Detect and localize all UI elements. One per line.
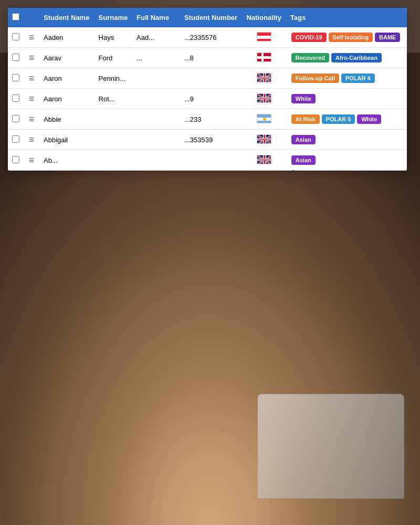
table-row: ≡Abbigail...353539 Asian	[8, 130, 407, 150]
row-checkbox-cell[interactable]	[8, 89, 24, 109]
row-checkbox[interactable]	[12, 33, 19, 40]
svg-rect-26	[257, 121, 271, 123]
tag-bame[interactable]: BAME	[375, 33, 400, 42]
svg-rect-1	[257, 36, 271, 39]
svg-rect-24	[257, 114, 271, 118]
student-first-name: Abbigail	[39, 130, 94, 150]
svg-rect-45	[264, 155, 266, 164]
tag-self-isolating[interactable]: Self Isolating	[329, 33, 373, 42]
student-number	[180, 68, 242, 89]
student-nationality	[242, 130, 286, 150]
row-menu-icon[interactable]: ≡	[24, 68, 39, 89]
tag-follow-up[interactable]: Follow-up Call	[291, 74, 339, 83]
header-checkbox-cell[interactable]	[8, 8, 24, 27]
student-surname	[94, 150, 132, 171]
row-checkbox-cell[interactable]	[8, 27, 24, 48]
student-number: ...8	[180, 48, 242, 68]
student-number: ...353539	[180, 130, 242, 150]
student-first-name: Aaden	[39, 27, 94, 48]
laptop	[257, 394, 404, 499]
row-menu-icon[interactable]: ≡	[24, 130, 39, 150]
student-full-name	[132, 89, 180, 109]
row-checkbox[interactable]	[12, 156, 19, 163]
tag-white[interactable]: White	[291, 94, 316, 103]
svg-rect-4	[261, 53, 264, 62]
student-first-name: Aarav	[39, 48, 94, 68]
student-first-name: Aaron	[39, 68, 94, 89]
header-student-number: Student Number	[180, 8, 242, 27]
row-checkbox[interactable]	[12, 94, 19, 102]
student-nationality	[242, 150, 286, 171]
svg-rect-23	[264, 94, 266, 103]
student-full-name: ...	[132, 48, 180, 68]
student-tags: RecoveredAfro-Caribbean	[286, 48, 407, 68]
student-number: ...9	[180, 89, 242, 109]
row-menu-icon[interactable]: ≡	[24, 109, 39, 130]
table-row: ≡Abbie...233At RiskPOLAR 5White	[8, 109, 407, 130]
student-surname: Rot...	[94, 89, 132, 109]
row-checkbox-cell[interactable]	[8, 150, 24, 171]
student-full-name: Aad...	[132, 27, 180, 48]
tag-polar5[interactable]: POLAR 5	[322, 114, 355, 124]
student-tags: Asian	[286, 150, 407, 171]
tag-asian[interactable]: Asian	[291, 155, 316, 165]
student-tags: Follow-up CallPOLAR 4	[286, 68, 407, 89]
row-menu-icon[interactable]: ≡	[24, 89, 39, 109]
row-checkbox[interactable]	[12, 135, 19, 143]
student-nationality	[242, 89, 286, 109]
student-tags: Asian	[286, 130, 407, 150]
table-row: ≡Ab... Asian	[8, 150, 407, 171]
header-tags: Tags	[286, 8, 407, 27]
student-first-name: Abbie	[39, 109, 94, 130]
student-nationality	[242, 27, 286, 48]
row-checkbox[interactable]	[12, 115, 19, 122]
student-full-name	[132, 109, 180, 130]
select-all-checkbox[interactable]	[12, 13, 19, 20]
student-full-name	[132, 150, 180, 171]
student-surname: Pennin...	[94, 68, 132, 89]
svg-point-27	[263, 118, 266, 121]
student-surname: Hays	[94, 27, 132, 48]
flag-uk	[257, 134, 271, 144]
tag-polar4[interactable]: POLAR 4	[341, 74, 375, 83]
row-checkbox[interactable]	[12, 74, 19, 81]
student-number: ...233	[180, 109, 242, 130]
table-row: ≡AaronPennin... Follow-up CallPOLAR 4	[8, 68, 407, 89]
student-tags: COVID-19Self IsolatingBAME	[286, 27, 407, 48]
student-surname: Ford	[94, 48, 132, 68]
row-menu-icon[interactable]: ≡	[24, 48, 39, 68]
student-tags: White	[286, 89, 407, 109]
table-row: ≡AadenHaysAad......2335576COVID-19Self I…	[8, 27, 407, 48]
svg-rect-36	[264, 135, 266, 144]
svg-rect-0	[257, 33, 271, 36]
row-checkbox-cell[interactable]	[8, 68, 24, 89]
row-checkbox-cell[interactable]	[8, 109, 24, 130]
row-menu-icon[interactable]: ≡	[24, 150, 39, 171]
student-number: ...2335576	[180, 27, 242, 48]
student-full-name	[132, 130, 180, 150]
tag-afro-caribbean[interactable]: Afro-Caribbean	[331, 53, 382, 62]
flag-uk	[257, 73, 271, 82]
student-nationality	[242, 48, 286, 68]
tag-covid[interactable]: COVID-19	[291, 33, 327, 42]
student-surname	[94, 130, 132, 150]
row-checkbox-cell[interactable]	[8, 48, 24, 68]
tag-asian[interactable]: Asian	[291, 135, 316, 144]
flag-uk	[257, 93, 271, 103]
student-table: Student Name Surname Full Name Student N…	[8, 8, 407, 171]
row-checkbox-cell[interactable]	[8, 130, 24, 150]
tag-recovered[interactable]: Recovered	[291, 53, 329, 62]
tag-white[interactable]: White	[357, 114, 381, 124]
row-checkbox[interactable]	[12, 54, 19, 61]
student-nationality	[242, 109, 286, 130]
header-surname: Surname	[94, 8, 132, 27]
flag-denmark	[257, 52, 271, 62]
tag-at-risk[interactable]: At Risk	[291, 114, 320, 124]
student-full-name	[132, 68, 180, 89]
header-nationality: Nationality	[242, 8, 286, 27]
student-number	[180, 150, 242, 171]
row-menu-icon[interactable]: ≡	[24, 27, 39, 48]
flag-uk	[257, 155, 271, 164]
svg-rect-14	[264, 74, 266, 82]
student-surname	[94, 109, 132, 130]
